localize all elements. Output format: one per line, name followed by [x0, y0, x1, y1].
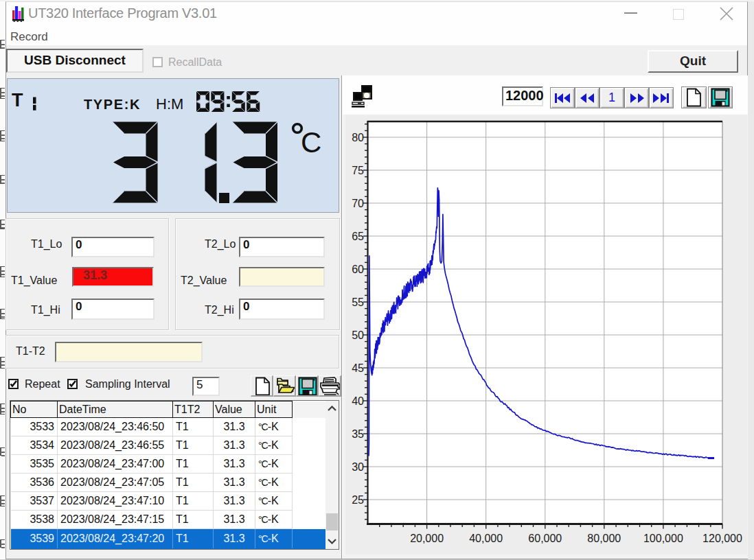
- svg-text:20,000: 20,000: [410, 533, 444, 544]
- svg-text:40: 40: [352, 395, 364, 407]
- svg-text:80: 80: [352, 132, 364, 143]
- svg-text:50: 50: [352, 329, 364, 341]
- svg-text:80,000: 80,000: [587, 533, 621, 544]
- svg-text:70: 70: [352, 198, 364, 209]
- svg-text:65: 65: [352, 231, 364, 242]
- svg-text:35: 35: [352, 428, 364, 440]
- svg-text:60: 60: [352, 264, 364, 275]
- svg-text:60,000: 60,000: [528, 533, 562, 544]
- svg-text:55: 55: [352, 296, 364, 308]
- svg-text:100,000: 100,000: [643, 533, 683, 544]
- svg-text:30: 30: [352, 461, 364, 473]
- svg-text:25: 25: [352, 494, 364, 506]
- svg-text:45: 45: [352, 362, 364, 374]
- svg-text:40,000: 40,000: [469, 533, 503, 544]
- svg-text:75: 75: [352, 165, 364, 176]
- svg-text:C: C: [301, 126, 321, 159]
- svg-text:120,000: 120,000: [702, 533, 742, 544]
